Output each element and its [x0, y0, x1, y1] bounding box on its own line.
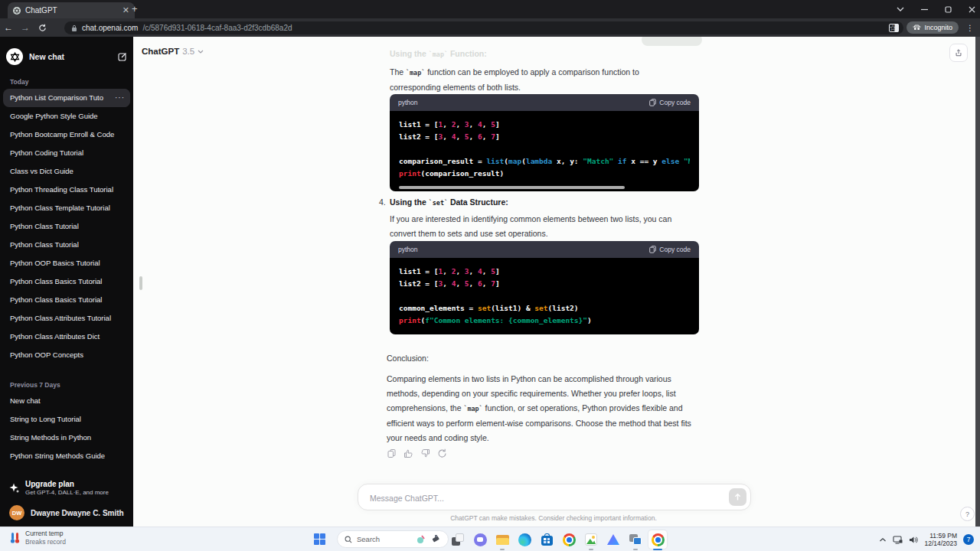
scrolled-code-scrollbar-remnant: [642, 37, 702, 46]
url-bar[interactable]: chat.openai.com/c/5876d931-0618-4caf-8aa…: [64, 21, 903, 34]
widget-line1: Current temp: [25, 530, 66, 537]
copy-code-button[interactable]: Copy code: [649, 246, 691, 253]
notification-badge[interactable]: 7: [963, 534, 974, 545]
share-icon: [955, 48, 962, 57]
sidebar: New chat TodayPython List Comparison Tut…: [0, 37, 133, 527]
tab-close-icon[interactable]: ✕: [122, 6, 129, 15]
sidebar-item[interactable]: Python OOP Concepts: [0, 346, 133, 364]
lock-icon: [71, 24, 77, 32]
remote-desktop-icon[interactable]: [626, 530, 645, 549]
tray-clock[interactable]: 11:59 PM 12/14/2023: [924, 532, 957, 547]
forward-button[interactable]: →: [17, 22, 34, 33]
start-button[interactable]: [314, 533, 325, 545]
list-item-title: Using the `set` Data Structure:: [390, 197, 508, 207]
send-arrow-icon: [733, 493, 742, 501]
new-chat-button[interactable]: New chat: [6, 44, 127, 69]
sidebar-section-label: Previous 7 Days: [0, 377, 133, 392]
sidebar-item[interactable]: New chat: [0, 392, 133, 410]
tray-chevron-icon[interactable]: [879, 537, 887, 543]
sidebar-item[interactable]: Python String Methods Guide: [0, 447, 133, 465]
network-icon[interactable]: [893, 536, 903, 544]
windows-taskbar: Current temp Breaks record Search 11:59 …: [0, 527, 980, 551]
new-chat-label: New chat: [29, 52, 112, 61]
sidebar-item[interactable]: Python Class Tutorial: [0, 236, 133, 254]
account-name: Dwayne Dwayne C. Smith: [31, 509, 124, 517]
temperature-icon: [9, 532, 21, 544]
window-maximize-button[interactable]: [945, 6, 952, 13]
browser-tab[interactable]: ChatGPT ✕: [8, 2, 135, 18]
taskbar-search[interactable]: Search: [337, 530, 449, 548]
copy-message-icon[interactable]: [387, 448, 397, 458]
back-button[interactable]: ←: [0, 22, 17, 33]
photos-app-icon[interactable]: [582, 530, 600, 549]
sidebar-item[interactable]: Python OOP Basics Tutorial: [0, 254, 133, 272]
chat-app-icon[interactable]: [471, 530, 489, 549]
thumbs-up-icon[interactable]: [403, 448, 413, 458]
code-horizontal-scrollbar[interactable]: [399, 186, 625, 189]
task-view-button[interactable]: [449, 530, 467, 549]
conclusion-heading: Conclusion:: [387, 351, 429, 366]
disclaimer: ChatGPT can make mistakes. Consider chec…: [358, 514, 750, 522]
sidebar-item[interactable]: Python List Comparison Tuto···: [3, 89, 130, 107]
sidebar-item[interactable]: Class vs Dict Guide: [0, 162, 133, 181]
sidebar-item[interactable]: Python Class Basics Tutorial: [0, 272, 133, 291]
code-content: list1 = [1, 2, 3, 4, 5]list2 = [3, 4, 5,…: [390, 111, 699, 191]
sidebar-item[interactable]: Python Class Template Tutorial: [0, 199, 133, 217]
upgrade-title: Upgrade plan: [25, 480, 109, 488]
chevron-down-icon: [198, 50, 204, 54]
chat-options-icon[interactable]: ···: [115, 89, 125, 107]
chrome-active-icon[interactable]: [648, 530, 667, 549]
regenerate-icon[interactable]: [437, 448, 447, 458]
window-close-button[interactable]: [969, 6, 975, 13]
account-button[interactable]: DW Dwayne Dwayne C. Smith: [0, 502, 133, 523]
share-button[interactable]: [949, 44, 968, 62]
file-explorer-icon[interactable]: [493, 530, 511, 549]
chat-main: ChatGPT 3.5 Using the `map` Function: Th…: [133, 37, 980, 527]
window-minimize-button[interactable]: [921, 6, 928, 13]
chrome-icon[interactable]: [560, 530, 578, 549]
browser-tabstrip: ChatGPT ✕ +: [0, 0, 980, 18]
sidebar-item[interactable]: Python Threading Class Tutorial: [0, 181, 133, 199]
assistant-paragraph: If you are interested in identifying com…: [390, 212, 696, 241]
side-panel-icon[interactable]: [889, 24, 899, 32]
avatar: DW: [9, 505, 24, 520]
sidebar-item[interactable]: Python Class Attributes Dict: [0, 328, 133, 346]
sidebar-item[interactable]: String to Long Tutorial: [0, 410, 133, 429]
browser-menu-icon[interactable]: ⋮: [966, 24, 974, 32]
sidebar-item[interactable]: Python Class Basics Tutorial: [0, 291, 133, 309]
help-button[interactable]: ?: [960, 507, 975, 521]
new-tab-button[interactable]: +: [132, 3, 138, 15]
code-block: python Copy code list1 = [1, 2, 3, 4, 5]…: [390, 241, 699, 334]
search-highlight-icon: [416, 534, 426, 544]
sidebar-item[interactable]: Google Python Style Guide: [0, 107, 133, 126]
compose-icon[interactable]: [118, 52, 127, 61]
incognito-icon: [913, 24, 921, 31]
thumbs-down-icon[interactable]: [420, 448, 430, 458]
copy-code-button[interactable]: Copy code: [649, 99, 691, 106]
widget-line2: Breaks record: [25, 538, 66, 546]
volume-icon[interactable]: [909, 536, 918, 544]
page-scrollbar[interactable]: [975, 37, 980, 527]
sidebar-item[interactable]: Python Class Tutorial: [0, 217, 133, 236]
weather-widget[interactable]: Current temp Breaks record: [9, 530, 66, 546]
send-button[interactable]: [729, 488, 746, 506]
reload-button[interactable]: [34, 24, 51, 32]
drive-app-icon[interactable]: [604, 530, 622, 549]
sidebar-item[interactable]: String Methods in Python: [0, 429, 133, 447]
sidebar-item[interactable]: Python Coding Tutorial: [0, 144, 133, 162]
upgrade-subtitle: Get GPT-4, DALL·E, and more: [25, 489, 109, 496]
sidebar-item[interactable]: Python Class Attributes Tutorial: [0, 309, 133, 328]
composer: [358, 484, 751, 510]
code-language-label: python: [398, 246, 649, 253]
upgrade-plan-button[interactable]: Upgrade plan Get GPT-4, DALL·E, and more: [0, 476, 133, 499]
sidebar-toggle-handle[interactable]: [139, 276, 142, 290]
microsoft-store-icon[interactable]: [537, 530, 556, 549]
tab-title: ChatGPT: [25, 6, 118, 15]
tab-search-chevron-icon[interactable]: [897, 7, 904, 11]
edge-browser-icon[interactable]: [515, 530, 534, 549]
clipboard-icon: [649, 246, 656, 253]
model-switcher[interactable]: ChatGPT 3.5: [142, 47, 204, 56]
incognito-badge: Incognito: [906, 21, 959, 34]
message-input[interactable]: [368, 484, 708, 511]
sidebar-item[interactable]: Python Bootcamp Enroll & Code: [0, 126, 133, 144]
